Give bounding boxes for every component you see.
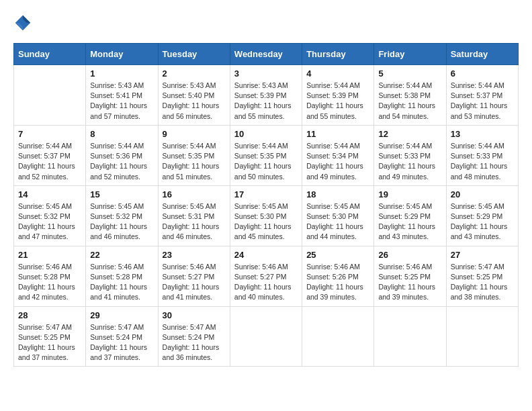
calendar-cell: 7Sunrise: 5:44 AM Sunset: 5:37 PM Daylig… (14, 125, 86, 185)
day-number: 30 (163, 310, 226, 320)
day-info: Sunrise: 5:44 AM Sunset: 5:35 PM Dayligh… (163, 141, 226, 182)
weekday-header: Sunday (14, 44, 86, 65)
day-number: 29 (90, 310, 153, 320)
calendar-cell: 5Sunrise: 5:44 AM Sunset: 5:38 PM Daylig… (374, 65, 446, 126)
calendar-cell: 6Sunrise: 5:44 AM Sunset: 5:37 PM Daylig… (446, 65, 518, 126)
calendar-week-row: 21Sunrise: 5:46 AM Sunset: 5:28 PM Dayli… (14, 246, 519, 306)
calendar-cell: 18Sunrise: 5:45 AM Sunset: 5:30 PM Dayli… (302, 185, 374, 246)
day-number: 3 (234, 68, 298, 79)
day-number: 12 (378, 129, 441, 139)
day-number: 9 (163, 129, 226, 139)
calendar-cell: 2Sunrise: 5:43 AM Sunset: 5:40 PM Daylig… (158, 65, 230, 126)
calendar-cell: 24Sunrise: 5:46 AM Sunset: 5:27 PM Dayli… (230, 246, 302, 306)
calendar-body: 1Sunrise: 5:43 AM Sunset: 5:41 PM Daylig… (14, 65, 519, 367)
calendar-cell (374, 306, 446, 367)
weekday-header: Thursday (302, 44, 374, 65)
day-info: Sunrise: 5:43 AM Sunset: 5:41 PM Dayligh… (90, 81, 153, 122)
calendar-cell: 21Sunrise: 5:46 AM Sunset: 5:28 PM Dayli… (14, 246, 86, 306)
day-number: 15 (90, 189, 153, 199)
weekday-header: Tuesday (158, 44, 230, 65)
day-info: Sunrise: 5:45 AM Sunset: 5:29 PM Dayligh… (378, 201, 441, 242)
day-number: 2 (163, 68, 226, 79)
calendar-cell: 16Sunrise: 5:45 AM Sunset: 5:31 PM Dayli… (158, 185, 230, 246)
day-number: 28 (18, 310, 81, 320)
day-number: 23 (163, 250, 226, 260)
day-number: 17 (234, 189, 298, 199)
day-info: Sunrise: 5:43 AM Sunset: 5:40 PM Dayligh… (163, 81, 226, 122)
day-number: 24 (234, 250, 298, 260)
day-info: Sunrise: 5:45 AM Sunset: 5:32 PM Dayligh… (18, 201, 81, 242)
weekday-header: Wednesday (230, 44, 302, 65)
day-info: Sunrise: 5:43 AM Sunset: 5:39 PM Dayligh… (234, 81, 298, 122)
calendar-cell: 20Sunrise: 5:45 AM Sunset: 5:29 PM Dayli… (446, 185, 518, 246)
calendar-cell: 11Sunrise: 5:44 AM Sunset: 5:34 PM Dayli… (302, 125, 374, 185)
calendar-cell: 1Sunrise: 5:43 AM Sunset: 5:41 PM Daylig… (86, 65, 158, 126)
day-number: 11 (306, 129, 369, 139)
day-info: Sunrise: 5:44 AM Sunset: 5:36 PM Dayligh… (90, 141, 153, 182)
calendar-cell: 22Sunrise: 5:46 AM Sunset: 5:28 PM Dayli… (86, 246, 158, 306)
day-number: 1 (90, 68, 153, 79)
day-info: Sunrise: 5:45 AM Sunset: 5:31 PM Dayligh… (163, 201, 226, 242)
calendar-cell: 8Sunrise: 5:44 AM Sunset: 5:36 PM Daylig… (86, 125, 158, 185)
day-info: Sunrise: 5:46 AM Sunset: 5:28 PM Dayligh… (18, 262, 81, 303)
day-info: Sunrise: 5:44 AM Sunset: 5:37 PM Dayligh… (18, 141, 81, 182)
weekday-header: Monday (86, 44, 158, 65)
day-info: Sunrise: 5:47 AM Sunset: 5:24 PM Dayligh… (90, 322, 153, 363)
day-number: 5 (378, 68, 441, 79)
calendar-cell (14, 65, 86, 126)
day-number: 6 (451, 68, 514, 79)
day-number: 16 (163, 189, 226, 199)
day-info: Sunrise: 5:47 AM Sunset: 5:25 PM Dayligh… (451, 262, 514, 303)
calendar-cell: 26Sunrise: 5:46 AM Sunset: 5:25 PM Dayli… (374, 246, 446, 306)
calendar-cell (302, 306, 374, 367)
day-number: 25 (306, 250, 369, 260)
calendar-cell: 4Sunrise: 5:44 AM Sunset: 5:39 PM Daylig… (302, 65, 374, 126)
calendar-week-row: 7Sunrise: 5:44 AM Sunset: 5:37 PM Daylig… (14, 125, 519, 185)
day-info: Sunrise: 5:46 AM Sunset: 5:27 PM Dayligh… (234, 262, 298, 303)
day-number: 14 (18, 189, 81, 199)
calendar-cell: 27Sunrise: 5:47 AM Sunset: 5:25 PM Dayli… (446, 246, 518, 306)
day-number: 18 (306, 189, 369, 199)
day-info: Sunrise: 5:46 AM Sunset: 5:27 PM Dayligh… (163, 262, 226, 303)
day-info: Sunrise: 5:44 AM Sunset: 5:39 PM Dayligh… (306, 81, 369, 122)
weekday-header: Saturday (446, 44, 518, 65)
day-info: Sunrise: 5:46 AM Sunset: 5:25 PM Dayligh… (378, 262, 441, 303)
calendar-cell (230, 306, 302, 367)
day-info: Sunrise: 5:44 AM Sunset: 5:38 PM Dayligh… (378, 81, 441, 122)
logo (13, 13, 34, 32)
calendar-cell: 17Sunrise: 5:45 AM Sunset: 5:30 PM Dayli… (230, 185, 302, 246)
calendar-cell: 29Sunrise: 5:47 AM Sunset: 5:24 PM Dayli… (86, 306, 158, 367)
day-info: Sunrise: 5:44 AM Sunset: 5:33 PM Dayligh… (378, 141, 441, 182)
weekday-header: Friday (374, 44, 446, 65)
day-info: Sunrise: 5:45 AM Sunset: 5:32 PM Dayligh… (90, 201, 153, 242)
day-number: 20 (451, 189, 514, 199)
calendar-cell: 28Sunrise: 5:47 AM Sunset: 5:25 PM Dayli… (14, 306, 86, 367)
day-number: 10 (234, 129, 298, 139)
calendar-header: SundayMondayTuesdayWednesdayThursdayFrid… (14, 44, 519, 65)
day-info: Sunrise: 5:44 AM Sunset: 5:33 PM Dayligh… (451, 141, 514, 182)
day-number: 21 (18, 250, 81, 260)
day-info: Sunrise: 5:47 AM Sunset: 5:24 PM Dayligh… (163, 322, 226, 363)
calendar-cell: 15Sunrise: 5:45 AM Sunset: 5:32 PM Dayli… (86, 185, 158, 246)
calendar-week-row: 28Sunrise: 5:47 AM Sunset: 5:25 PM Dayli… (14, 306, 519, 367)
day-info: Sunrise: 5:46 AM Sunset: 5:26 PM Dayligh… (306, 262, 369, 303)
day-info: Sunrise: 5:45 AM Sunset: 5:29 PM Dayligh… (451, 201, 514, 242)
calendar-cell: 10Sunrise: 5:44 AM Sunset: 5:35 PM Dayli… (230, 125, 302, 185)
day-info: Sunrise: 5:44 AM Sunset: 5:37 PM Dayligh… (451, 81, 514, 122)
calendar-cell (446, 306, 518, 367)
day-number: 19 (378, 189, 441, 199)
day-info: Sunrise: 5:44 AM Sunset: 5:35 PM Dayligh… (234, 141, 298, 182)
calendar-week-row: 14Sunrise: 5:45 AM Sunset: 5:32 PM Dayli… (14, 185, 519, 246)
calendar-cell: 12Sunrise: 5:44 AM Sunset: 5:33 PM Dayli… (374, 125, 446, 185)
calendar-table: SundayMondayTuesdayWednesdayThursdayFrid… (13, 43, 519, 367)
calendar-cell: 25Sunrise: 5:46 AM Sunset: 5:26 PM Dayli… (302, 246, 374, 306)
day-number: 8 (90, 129, 153, 139)
day-number: 22 (90, 250, 153, 260)
day-number: 13 (451, 129, 514, 139)
day-number: 27 (451, 250, 514, 260)
day-info: Sunrise: 5:45 AM Sunset: 5:30 PM Dayligh… (234, 201, 298, 242)
calendar-cell: 30Sunrise: 5:47 AM Sunset: 5:24 PM Dayli… (158, 306, 230, 367)
calendar-cell: 13Sunrise: 5:44 AM Sunset: 5:33 PM Dayli… (446, 125, 518, 185)
calendar-week-row: 1Sunrise: 5:43 AM Sunset: 5:41 PM Daylig… (14, 65, 519, 126)
day-number: 4 (306, 68, 369, 79)
